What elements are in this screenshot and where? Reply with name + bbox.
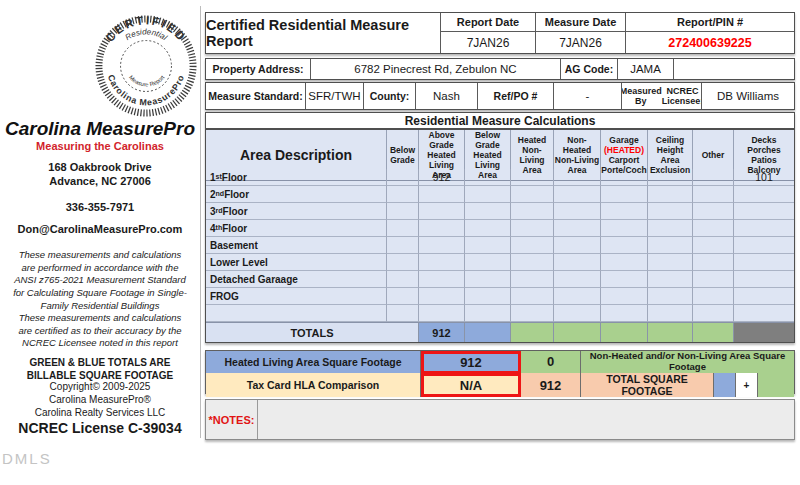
email-address: Don@CarolinaMeasurePro.com xyxy=(0,223,200,235)
cell xyxy=(419,305,465,322)
disclaimer-certified: These measurements and calculations are … xyxy=(0,312,200,350)
section-title: Residential Measure Calculations xyxy=(205,112,795,129)
taxcard-label: Tax Card HLA Comparison xyxy=(206,373,421,397)
watermark: DMLS xyxy=(2,450,52,467)
cell xyxy=(465,305,511,322)
cell xyxy=(601,169,648,186)
total-sqft-value: 912 xyxy=(521,373,581,397)
cell xyxy=(554,305,601,322)
cell xyxy=(734,288,794,305)
table-row: 3rd Floor xyxy=(206,203,794,220)
cell xyxy=(387,169,419,186)
cell xyxy=(648,203,693,220)
row-label: Basement xyxy=(206,237,387,254)
notes-section: *NOTES: xyxy=(205,399,795,440)
cell xyxy=(419,237,465,254)
cell xyxy=(511,203,554,220)
table-row: Detached Garaage xyxy=(206,271,794,288)
totals-label: TOTALS xyxy=(206,322,419,342)
cell xyxy=(387,203,419,220)
table-row: 2nd Floor xyxy=(206,186,794,203)
row-label: FROG xyxy=(206,288,387,305)
county-value: Nash xyxy=(416,83,478,109)
property-empty-cell xyxy=(674,59,794,79)
cell xyxy=(511,271,554,288)
pin-label: Report/PIN # xyxy=(626,13,794,32)
cell xyxy=(387,271,419,288)
measure-date-value: 7JAN26 xyxy=(536,32,626,53)
row-label: Lower Level xyxy=(206,254,387,271)
cell xyxy=(648,254,693,271)
cell xyxy=(554,203,601,220)
table-row xyxy=(206,305,794,322)
report-page: CERTIFIED Residential Measure Report Car… xyxy=(0,0,800,485)
cell xyxy=(419,254,465,271)
cell xyxy=(511,254,554,271)
cell xyxy=(554,220,601,237)
cell xyxy=(465,203,511,220)
cell xyxy=(465,220,511,237)
cell xyxy=(601,186,648,203)
table-row: 4th Floor xyxy=(206,220,794,237)
notes-content-area xyxy=(258,400,794,439)
taxcard-value: N/A xyxy=(421,373,521,397)
report-date-value: 7JAN26 xyxy=(441,32,536,53)
company-address: 168 Oakbrook Drive Advance, NC 27006 xyxy=(0,160,200,189)
cell xyxy=(601,288,648,305)
pin-value: 272400639225 xyxy=(626,32,794,53)
taxcard-summary-row: Tax Card HLA Comparison N/A 912 TOTAL SQ… xyxy=(206,373,794,395)
measure-standard-value: SFR/TWH xyxy=(306,83,364,109)
cell xyxy=(648,186,693,203)
cell xyxy=(554,169,601,186)
legend-blue-swatch xyxy=(714,373,736,397)
cell xyxy=(554,288,601,305)
cell: 101 xyxy=(734,169,794,186)
cell xyxy=(419,220,465,237)
cell xyxy=(554,254,601,271)
row-label: 3rd Floor xyxy=(206,203,387,220)
cell xyxy=(387,305,419,322)
hla-value: 912 xyxy=(421,351,521,374)
report-date-label: Report Date xyxy=(441,13,536,32)
cell xyxy=(601,254,648,271)
row-label: 2nd Floor xyxy=(206,186,387,203)
billable-note: GREEN & BLUE TOTALS ARE BILLABLE SQUARE … xyxy=(0,356,200,382)
cell xyxy=(648,169,693,186)
ref-po-value: - xyxy=(554,83,622,109)
disclaimer-standard: These measurements and calculations are … xyxy=(0,249,200,312)
cell xyxy=(601,305,648,322)
cell xyxy=(648,288,693,305)
cell xyxy=(511,169,554,186)
cell xyxy=(419,288,465,305)
cell xyxy=(734,186,794,203)
property-address-value: 6782 Pinecrest Rd, Zebulon NC xyxy=(311,59,561,79)
table-row: Lower Level xyxy=(206,254,794,271)
cell xyxy=(465,288,511,305)
totals-ceiling xyxy=(648,322,693,342)
garage-heated-flag: (HEATED) xyxy=(604,145,644,155)
county-label: County: xyxy=(364,83,416,109)
cell xyxy=(734,271,794,288)
cell xyxy=(511,220,554,237)
measured-by-label: Measured By NCREC Licensee: xyxy=(622,83,702,109)
summary-block: Heated Living Area Square Footage 912 0 … xyxy=(205,350,795,394)
ref-po-label: Ref/PO # xyxy=(478,83,554,109)
cell xyxy=(511,237,554,254)
table-row: FROG xyxy=(206,288,794,305)
cell xyxy=(465,271,511,288)
totals-below-grade-hla xyxy=(465,322,511,342)
cell xyxy=(387,254,419,271)
cell xyxy=(693,169,734,186)
cell xyxy=(693,237,734,254)
cell xyxy=(734,254,794,271)
address-line2: Advance, NC 27006 xyxy=(0,174,200,188)
nonliving-label: Non-Heated and/or Non-Living Area Square… xyxy=(581,351,794,374)
legend-green-swatch xyxy=(758,373,794,397)
cell xyxy=(601,220,648,237)
cell xyxy=(387,186,419,203)
cell xyxy=(648,271,693,288)
cell xyxy=(601,237,648,254)
cell xyxy=(693,186,734,203)
row-label: 1st Floor xyxy=(206,169,387,186)
page-title: Certified Residential Measure Report xyxy=(206,13,441,53)
